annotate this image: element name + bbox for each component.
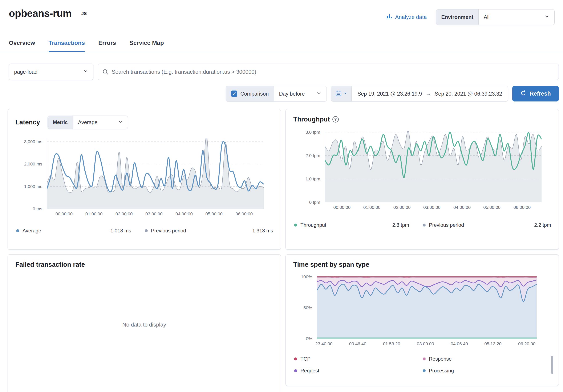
failed-transaction-rate-panel: Failed transaction rate No data to displ… <box>8 254 281 392</box>
transaction-type-value: page-load <box>14 69 38 75</box>
throughput-panel: Throughput ? 0 tpm1.0 tpm2.0 tpm3.0 tpm … <box>285 109 559 250</box>
x-axis-tick: 05:00:00 <box>483 205 500 210</box>
search-input[interactable] <box>98 64 559 80</box>
refresh-button[interactable]: Refresh <box>512 86 559 102</box>
tab-transactions[interactable]: Transactions <box>49 37 85 52</box>
chevron-down-icon <box>118 119 123 125</box>
legend-scrollbar[interactable] <box>551 356 553 374</box>
legend-dot <box>294 357 297 360</box>
transaction-type-select[interactable]: page-load <box>9 64 93 80</box>
span-type-panel: Time spent by span type 0%50%100% 23:40:… <box>285 254 559 386</box>
x-axis-tick: 04:00:00 <box>176 211 193 216</box>
tab-bar: Overview Transactions Errors Service Map <box>0 37 563 52</box>
page-title: opbeans-rum <box>9 8 72 19</box>
y-axis-tick: 2,000 ms <box>24 161 42 167</box>
tab-overview[interactable]: Overview <box>9 37 35 52</box>
x-axis-tick: 03:00:00 <box>417 341 434 346</box>
x-axis-tick: 03:00:00 <box>145 211 163 216</box>
x-axis-tick: 02:00:00 <box>393 205 411 210</box>
page-header: opbeans-rum JS Analyze data Environment … <box>0 0 563 25</box>
x-axis-tick: 06:00:00 <box>513 205 531 210</box>
environment-value: All <box>484 14 490 20</box>
y-axis-tick: 1.0 tpm <box>306 176 320 182</box>
comparison-control: Comparison Day before <box>226 86 327 102</box>
legend-dot <box>423 223 426 226</box>
legend-item-tcp[interactable]: TCP <box>294 356 423 362</box>
y-axis-tick: 0 ms <box>33 206 42 211</box>
comparison-checkbox[interactable] <box>231 91 237 97</box>
x-axis-tick: 05:00:00 <box>205 211 223 216</box>
x-axis-tick: 06:20:00 <box>518 341 536 346</box>
date-range-picker: Sep 19, 2021 @ 23:26:19.9 → Sep 20, 2021… <box>331 86 508 102</box>
chevron-down-icon <box>343 91 347 96</box>
environment-select[interactable]: Environment All <box>436 9 555 25</box>
legend-item-average[interactable]: Average 1,018 ms <box>16 228 145 234</box>
comparison-period-select[interactable]: Day before <box>274 86 327 101</box>
analyze-data-link[interactable]: Analyze data <box>386 13 427 21</box>
x-axis-tick: 04:06:40 <box>451 341 468 346</box>
legend-item-previous-period[interactable]: Previous period 1,313 ms <box>145 228 273 234</box>
chevron-down-icon <box>83 69 88 75</box>
x-axis-tick: 00:00:00 <box>333 205 350 210</box>
x-axis-tick: 05:13:20 <box>484 341 501 346</box>
legend-item-response[interactable]: Response <box>423 356 551 362</box>
quick-select-button[interactable] <box>331 86 352 101</box>
y-axis-tick: 3.0 tpm <box>306 130 320 135</box>
span-type-chart: 0%50%100% 23:40:0000:46:4001:53:2003:00:… <box>317 275 551 348</box>
y-axis-tick: 100% <box>301 274 312 279</box>
legend-dot <box>294 223 297 226</box>
y-axis-tick: 0 tpm <box>309 200 320 205</box>
y-axis-tick: 2.0 tpm <box>306 153 320 158</box>
legend-item-throughput[interactable]: Throughput 2.8 tpm <box>294 222 423 228</box>
x-axis-tick: 01:00:00 <box>85 211 103 216</box>
x-axis-tick: 00:00:00 <box>55 211 73 216</box>
help-icon[interactable]: ? <box>333 116 339 122</box>
no-data-message: No data to display <box>15 321 273 328</box>
failed-rate-title: Failed transaction rate <box>15 261 273 268</box>
throughput-chart: 0 tpm1.0 tpm2.0 tpm3.0 tpm 00:00:0001:00… <box>325 129 551 211</box>
arrow-right-icon: → <box>426 91 431 97</box>
y-axis-tick: 1,000 ms <box>24 184 42 189</box>
x-axis-tick: 04:00:00 <box>453 205 471 210</box>
chevron-down-icon <box>544 14 549 20</box>
date-end-button[interactable]: Sep 20, 2021 @ 06:39:23.32 <box>435 91 502 97</box>
x-axis-tick: 06:00:00 <box>235 211 253 216</box>
legend-item-request[interactable]: Request <box>294 368 423 374</box>
span-type-title: Time spent by span type <box>293 261 551 268</box>
legend-dot <box>16 229 19 232</box>
x-axis-tick: 03:00:00 <box>423 205 441 210</box>
x-axis-tick: 01:00:00 <box>363 205 381 210</box>
tab-service-map[interactable]: Service Map <box>129 37 164 52</box>
comparison-label: Comparison <box>240 91 269 97</box>
date-start-button[interactable]: Sep 19, 2021 @ 23:26:19.9 <box>358 91 422 97</box>
calendar-icon <box>335 90 342 97</box>
x-axis-tick: 00:46:40 <box>349 341 366 346</box>
environment-label: Environment <box>436 10 479 25</box>
legend-dot <box>423 369 426 372</box>
latency-title: Latency <box>15 118 40 126</box>
legend-item-processing[interactable]: Processing <box>423 368 551 374</box>
bar-chart-icon <box>386 13 393 21</box>
latency-panel: Latency Metric Average 0 ms1,000 ms2,000… <box>8 109 281 250</box>
y-axis-tick: 3,000 ms <box>24 139 42 144</box>
x-axis-tick: 02:00:00 <box>115 211 133 216</box>
legend-dot <box>145 229 148 232</box>
y-axis-tick: 50% <box>303 305 312 310</box>
x-axis-tick: 01:53:20 <box>383 341 400 346</box>
runtime-badge: JS <box>81 11 87 16</box>
latency-chart: 0 ms1,000 ms2,000 ms3,000 ms 00:00:0001:… <box>47 138 273 218</box>
search-icon <box>102 69 109 76</box>
legend-dot <box>294 369 297 372</box>
tab-errors[interactable]: Errors <box>98 37 116 52</box>
legend-dot <box>423 357 426 360</box>
y-axis-tick: 0% <box>306 336 312 341</box>
analyze-data-label: Analyze data <box>395 14 427 20</box>
throughput-title: Throughput <box>293 116 330 123</box>
legend-item-previous-period[interactable]: Previous period 2.2 tpm <box>423 222 551 228</box>
latency-metric-select[interactable]: Metric Average <box>48 116 128 129</box>
x-axis-tick: 23:40:00 <box>315 341 333 346</box>
refresh-icon <box>520 90 526 97</box>
chevron-down-icon <box>316 91 321 97</box>
